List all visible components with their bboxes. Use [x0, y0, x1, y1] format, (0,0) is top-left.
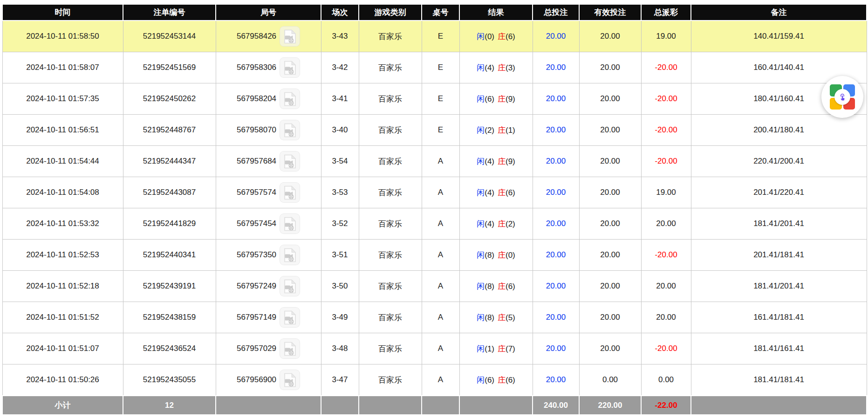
table-no-cell: A: [422, 240, 459, 271]
game-cell: 百家乐: [359, 333, 422, 364]
column-header-result: 结果: [459, 4, 533, 21]
valid-bet-cell: 20.00: [579, 83, 641, 115]
subtotal-count: 12: [123, 396, 216, 415]
video-file-icon: [284, 342, 296, 356]
time-cell: 2024-10-11 01:52:18: [2, 271, 123, 302]
bet-id-cell: 521952439191: [123, 271, 216, 302]
banker-score: (7): [506, 344, 515, 353]
table-footer: 小计 12 240.00 220.00 -22.00: [2, 396, 867, 415]
video-replay-button[interactable]: [280, 26, 300, 47]
video-file-icon: [284, 217, 296, 231]
remark-cell: 161.41/181.41: [691, 302, 867, 333]
table-row[interactable]: 2024-10-11 01:52:18 521952439191 5679572…: [2, 271, 867, 302]
payout-cell: 0.00: [641, 364, 691, 396]
game-cell: 百家乐: [359, 364, 422, 396]
table-header: 时间 注单编号 局号 场次 游戏类别 桌号 结果 总投注 有效投注 总派彩 备注: [2, 4, 867, 21]
table-row[interactable]: 2024-10-11 01:54:08 521952443087 5679575…: [2, 177, 867, 208]
video-replay-button[interactable]: [280, 370, 300, 390]
video-replay-button[interactable]: [280, 276, 300, 296]
payout-cell: 19.00: [641, 21, 691, 52]
game-cell: 百家乐: [359, 83, 422, 115]
banker-score: (6): [506, 32, 515, 41]
player-label: 闲: [477, 157, 485, 166]
session-cell: 3-49: [321, 302, 359, 333]
valid-bet-cell: 20.00: [579, 52, 641, 83]
table-row[interactable]: 2024-10-11 01:51:07 521952436524 5679570…: [2, 333, 867, 364]
payout-cell: 20.00: [641, 208, 691, 240]
subtotal-empty-remark: [691, 396, 867, 415]
player-label: 闲: [477, 282, 485, 291]
player-label: 闲: [477, 126, 485, 135]
table-row[interactable]: 2024-10-11 01:56:51 521952448767 5679580…: [2, 115, 867, 146]
time-cell: 2024-10-11 01:58:07: [2, 52, 123, 83]
total-bet-cell: 20.00: [533, 21, 579, 52]
game-cell: 百家乐: [359, 302, 422, 333]
video-replay-button[interactable]: [280, 151, 300, 172]
remark-cell: 201.41/220.41: [691, 177, 867, 208]
video-replay-button[interactable]: [280, 213, 300, 234]
table-no-cell: A: [422, 333, 459, 364]
time-cell: 2024-10-11 01:50:26: [2, 364, 123, 396]
video-file-icon: [284, 248, 296, 262]
table-row[interactable]: 2024-10-11 01:51:52 521952438159 5679571…: [2, 302, 867, 333]
banker-label: 庄: [498, 32, 506, 41]
video-file-icon: [284, 92, 296, 106]
player-score: (6): [485, 376, 494, 385]
payout-cell: -20.00: [641, 83, 691, 115]
banker-score: (9): [506, 157, 515, 166]
table-row[interactable]: 2024-10-11 01:58:07 521952451569 5679583…: [2, 52, 867, 83]
remark-cell: 140.41/159.41: [691, 21, 867, 52]
valid-bet-cell: 0.00: [579, 364, 641, 396]
session-cell: 3-40: [321, 115, 359, 146]
round-number: 567957029: [237, 344, 276, 353]
result-cell: 闲(4)庄(2): [459, 208, 533, 240]
payout-cell: -20.00: [641, 333, 691, 364]
bet-id-cell: 521952453144: [123, 21, 216, 52]
table-row[interactable]: 2024-10-11 01:58:50 521952453144 5679584…: [2, 21, 867, 52]
table-row[interactable]: 2024-10-11 01:54:44 521952444347 5679576…: [2, 146, 867, 177]
round-number: 567957149: [237, 313, 276, 322]
video-replay-button[interactable]: [280, 89, 300, 109]
game-cell: 百家乐: [359, 21, 422, 52]
session-cell: 3-50: [321, 271, 359, 302]
valid-bet-cell: 20.00: [579, 208, 641, 240]
tap-badge-icon: [834, 89, 850, 105]
table-no-cell: E: [422, 83, 459, 115]
video-replay-button[interactable]: [280, 120, 300, 140]
round-id-cell: 567957684: [216, 146, 321, 177]
column-header-session: 场次: [321, 4, 359, 21]
remark-cell: 181.41/201.41: [691, 208, 867, 240]
round-number: 567957574: [237, 188, 276, 197]
table-row[interactable]: 2024-10-11 01:50:26 521952435055 5679569…: [2, 364, 867, 396]
banker-score: (0): [506, 251, 515, 260]
round-id-cell: 567957350: [216, 240, 321, 271]
subtotal-empty-result: [459, 396, 533, 415]
round-number: 567957684: [237, 157, 276, 166]
remark-cell: 220.41/200.41: [691, 146, 867, 177]
video-replay-button[interactable]: [280, 307, 300, 328]
video-replay-button[interactable]: [280, 338, 300, 359]
extension-floating-button[interactable]: [821, 76, 863, 118]
column-header-table-no: 桌号: [422, 4, 459, 21]
video-replay-button[interactable]: [280, 245, 300, 265]
video-replay-button[interactable]: [280, 57, 300, 78]
banker-label: 庄: [498, 344, 506, 353]
column-header-total-bet: 总投注: [533, 4, 579, 21]
round-number: 567958070: [237, 125, 276, 135]
table-row[interactable]: 2024-10-11 01:52:53 521952440341 5679573…: [2, 240, 867, 271]
extension-logo-icon: [830, 84, 855, 110]
player-score: (4): [485, 220, 494, 228]
video-file-icon: [284, 185, 296, 200]
game-cell: 百家乐: [359, 240, 422, 271]
result-cell: 闲(6)庄(9): [459, 83, 533, 115]
table-row[interactable]: 2024-10-11 01:57:35 521952450262 5679582…: [2, 83, 867, 115]
time-cell: 2024-10-11 01:54:44: [2, 146, 123, 177]
table-row[interactable]: 2024-10-11 01:53:32 521952441829 5679574…: [2, 208, 867, 240]
video-replay-button[interactable]: [280, 182, 300, 203]
game-cell: 百家乐: [359, 115, 422, 146]
round-id-cell: 567957029: [216, 333, 321, 364]
valid-bet-cell: 20.00: [579, 302, 641, 333]
total-bet-cell: 20.00: [533, 83, 579, 115]
column-header-round-id: 局号: [216, 4, 321, 21]
player-label: 闲: [477, 95, 485, 103]
